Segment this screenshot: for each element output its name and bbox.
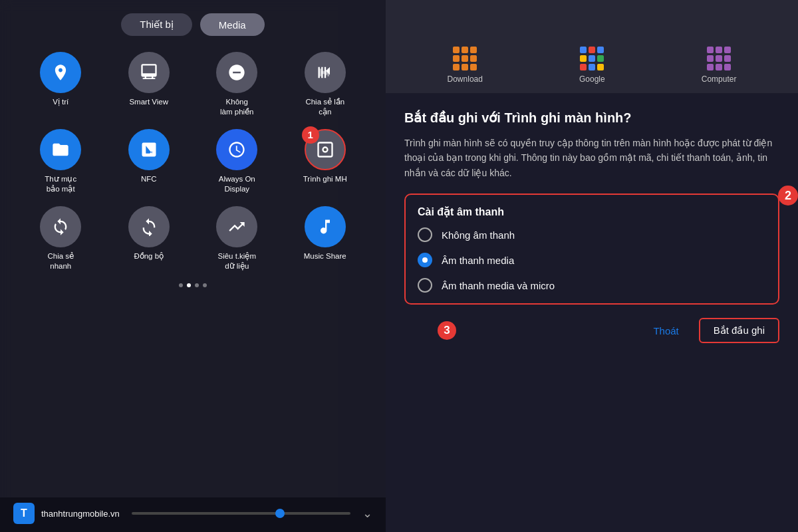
app-computer: Computer xyxy=(702,47,737,84)
always-on-icon xyxy=(216,129,257,170)
quick-item-sieu-tiem[interactable]: Siêu t.kiệmdữ liệu xyxy=(196,206,278,271)
chia-se-lan-can-label: Chia sẻ lầncận xyxy=(305,97,344,117)
trinh-ghi-icon: 1 xyxy=(305,129,346,170)
computer-label: Computer xyxy=(702,74,737,84)
radio-media-micro-label: Âm thanh media và micro xyxy=(442,280,555,291)
audio-settings-section: 2 Cài đặt âm thanh Không âm thanh Âm tha… xyxy=(404,194,779,305)
app-download: Download xyxy=(448,47,483,84)
always-on-label: Always OnDisplay xyxy=(219,174,255,194)
left-phone-panel: Thiết bị Media Vị trí Smart View xyxy=(0,0,386,532)
radio-media-sound-label: Âm thanh media xyxy=(442,255,514,266)
tab-media[interactable]: Media xyxy=(200,13,265,36)
svg-point-2 xyxy=(323,148,327,152)
dialog-body: Trình ghi màn hình sẽ có quyền truy cập … xyxy=(404,136,779,180)
khong-lam-phien-label: Khônglàm phiền xyxy=(220,97,253,117)
quick-item-chia-se-nhanh[interactable]: Chia sẻnhanh xyxy=(20,206,102,271)
dong-bo-icon xyxy=(128,206,170,247)
computer-icon-grid xyxy=(707,47,731,70)
brightness-slider[interactable] xyxy=(132,512,350,515)
google-icon-grid xyxy=(580,47,604,70)
music-share-icon xyxy=(305,206,346,247)
quick-item-nfc[interactable]: NFC xyxy=(108,129,190,194)
radio-no-sound-circle xyxy=(418,227,432,242)
radio-no-sound[interactable]: Không âm thanh xyxy=(418,227,766,242)
nfc-icon xyxy=(128,129,170,170)
dong-bo-label: Đồng bộ xyxy=(134,251,164,261)
quick-settings-grid: Vị trí Smart View Khônglàm phiền Chia sẻ… xyxy=(20,52,366,271)
audio-options-group: Không âm thanh Âm thanh media Âm thanh m… xyxy=(418,227,766,293)
sieu-tiem-label: Siêu t.kiệmdữ liệu xyxy=(218,251,257,271)
brightness-thumb xyxy=(275,509,285,518)
right-phone-panel: Download Google xyxy=(386,0,798,532)
radio-media-sound[interactable]: Âm thanh media xyxy=(418,253,766,267)
page-dots xyxy=(179,283,207,287)
chia-se-nhanh-label: Chia sẻnhanh xyxy=(47,251,74,271)
music-share-label: Music Share xyxy=(304,251,346,261)
vi-tri-label: Vị trí xyxy=(53,97,68,107)
nfc-label: NFC xyxy=(141,174,157,184)
tab-thiet-bi[interactable]: Thiết bị xyxy=(121,13,192,36)
quick-item-always-on[interactable]: Always OnDisplay xyxy=(196,129,278,194)
quick-item-trinh-ghi[interactable]: 1 Trình ghi MH xyxy=(285,129,366,194)
google-label: Google xyxy=(579,74,605,84)
radio-media-sound-circle xyxy=(418,253,432,267)
trinh-ghi-label: Trình ghi MH xyxy=(303,174,347,184)
audio-section-title: Cài đặt âm thanh xyxy=(418,205,766,218)
app-container: Thiết bị Media Vị trí Smart View xyxy=(0,0,798,532)
bottom-bar: T thanhtrungmobile.vn ⌄ xyxy=(0,497,386,532)
chevron-down-icon[interactable]: ⌄ xyxy=(362,506,372,521)
step3-badge: 3 xyxy=(438,321,456,340)
smart-view-icon xyxy=(128,52,170,93)
vi-tri-icon xyxy=(40,52,81,93)
step2-badge: 2 xyxy=(778,186,798,205)
dot-2 xyxy=(187,283,191,287)
quick-item-khong-lam-phien[interactable]: Khônglàm phiền xyxy=(196,52,278,117)
quick-item-chia-se-lan-can[interactable]: Chia sẻ lầncận xyxy=(285,52,366,117)
sieu-tiem-icon xyxy=(216,206,257,247)
radio-media-micro-circle xyxy=(418,278,432,293)
brand-logo: T xyxy=(13,503,35,524)
khong-lam-phien-icon xyxy=(216,52,257,93)
download-icon-grid xyxy=(453,47,477,70)
quick-item-dong-bo[interactable]: Đồng bộ xyxy=(108,206,190,271)
radio-no-sound-label: Không âm thanh xyxy=(442,229,515,241)
app-google: Google xyxy=(579,47,605,84)
start-recording-button[interactable]: Bắt đầu ghi xyxy=(699,318,779,343)
chia-se-nhanh-icon xyxy=(40,206,81,247)
thu-muc-icon xyxy=(40,129,81,170)
dialog-footer: 3 Thoát Bắt đầu ghi xyxy=(404,318,779,343)
chia-se-lan-can-icon xyxy=(305,52,346,93)
radio-media-micro[interactable]: Âm thanh media và micro xyxy=(418,278,766,293)
quick-item-smart-view[interactable]: Smart View xyxy=(108,52,190,117)
dot-3 xyxy=(195,283,199,287)
smart-view-label: Smart View xyxy=(129,97,168,107)
step1-badge: 1 xyxy=(302,126,319,144)
cancel-button[interactable]: Thoát xyxy=(646,320,685,342)
dialog-title: Bắt đầu ghi với Trình ghi màn hình? xyxy=(404,109,779,126)
quick-item-thu-muc[interactable]: Thư mụcbảo mật xyxy=(20,129,102,194)
app-icons-top: Download Google xyxy=(386,0,798,93)
quick-item-music-share[interactable]: Music Share xyxy=(285,206,366,271)
thu-muc-label: Thư mụcbảo mật xyxy=(45,174,76,194)
dot-4 xyxy=(203,283,207,287)
quick-item-vi-tri[interactable]: Vị trí xyxy=(20,52,102,117)
download-label: Download xyxy=(448,74,483,84)
tabs-row: Thiết bị Media xyxy=(121,13,264,36)
screen-record-dialog: Bắt đầu ghi với Trình ghi màn hình? Trìn… xyxy=(386,93,798,532)
brand-name-text: thanhtrungmobile.vn xyxy=(41,509,120,519)
dot-1 xyxy=(179,283,183,287)
